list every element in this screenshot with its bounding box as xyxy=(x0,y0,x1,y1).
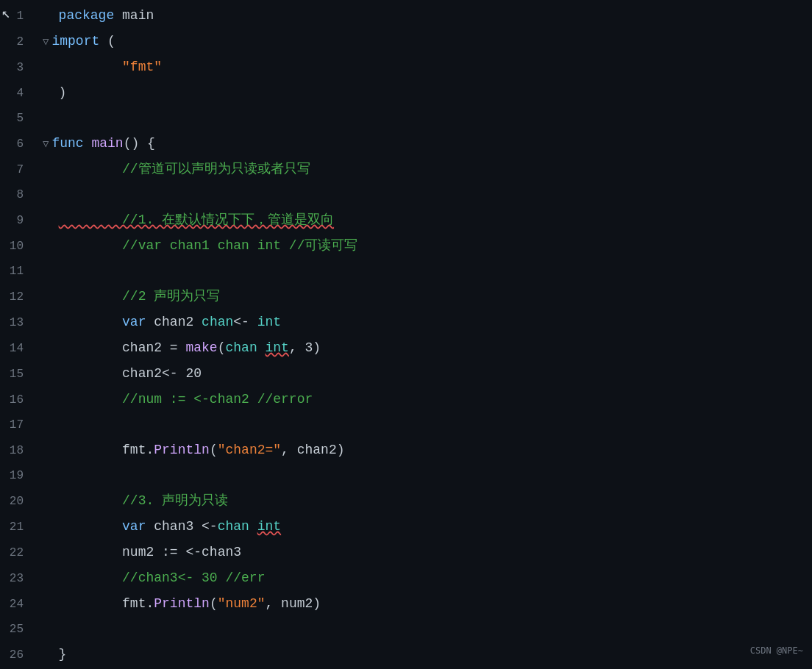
line-number: 13 xyxy=(0,310,35,335)
code-line: 15 chan2<- 20 xyxy=(0,361,812,387)
token xyxy=(59,443,122,457)
token: var xyxy=(122,315,146,329)
line-number: 2 xyxy=(0,29,35,54)
token: chan xyxy=(225,340,257,355)
token: . xyxy=(146,443,154,457)
line-number: 5 xyxy=(0,106,35,131)
code-line: 16 //num := <-chan2 //error xyxy=(0,387,812,412)
token: //2 声明为只写 xyxy=(59,289,221,304)
token: //3. 声明为只读 xyxy=(59,493,228,508)
line-number: 15 xyxy=(0,362,35,387)
token: ( xyxy=(210,596,218,611)
token: chan3 xyxy=(154,519,193,534)
token: num2 xyxy=(122,545,154,559)
fold-icon[interactable]: ▽ xyxy=(43,138,49,150)
code-line: 6▽func main() { xyxy=(0,131,812,157)
token xyxy=(59,519,122,534)
line-content: //1. 在默认情况下下，管道是双向 xyxy=(35,207,812,232)
token: var xyxy=(122,519,146,534)
line-number: 26 xyxy=(0,643,35,668)
token: int xyxy=(257,315,281,329)
code-line: 20 //3. 声明为只读 xyxy=(0,488,812,514)
token xyxy=(59,596,122,611)
token: chan2 xyxy=(122,340,162,355)
token: fmt xyxy=(122,596,146,611)
token: package xyxy=(59,8,115,23)
line-content: var chan3 <-chan int xyxy=(35,514,812,539)
line-content: //var chan1 chan int //可读可写 xyxy=(35,233,812,258)
line-number: 12 xyxy=(0,285,35,310)
token xyxy=(146,315,154,329)
line-number: 25 xyxy=(0,617,35,642)
code-line: 9 //1. 在默认情况下下，管道是双向 xyxy=(0,207,812,233)
token: Println xyxy=(154,596,210,611)
token: . xyxy=(146,596,154,611)
token: () { xyxy=(124,136,155,151)
token: //chan3<- 30 //err xyxy=(59,570,266,585)
token: Println xyxy=(154,443,210,457)
code-line: 23 //chan3<- 30 //err xyxy=(0,565,812,591)
code-line: 10 //var chan1 chan int //可读可写 xyxy=(0,233,812,259)
token xyxy=(59,340,122,355)
code-line: 19 xyxy=(0,463,812,488)
token: //var chan1 chan int //可读可写 xyxy=(59,238,358,253)
token: int xyxy=(257,519,281,534)
token: , num2) xyxy=(266,596,321,611)
token: ( xyxy=(210,443,218,457)
line-content: } xyxy=(35,642,812,667)
line-number: 10 xyxy=(0,234,35,259)
line-number: 24 xyxy=(0,592,35,617)
token xyxy=(59,60,122,74)
line-content: chan2<- 20 xyxy=(35,361,812,386)
token: chan2 xyxy=(122,366,162,381)
token xyxy=(146,519,154,534)
fold-icon[interactable]: ▽ xyxy=(43,36,49,48)
line-content: ▽import ( xyxy=(35,29,812,54)
token: <- xyxy=(233,315,257,329)
code-line: 25 xyxy=(0,617,812,642)
token xyxy=(59,366,122,381)
line-number: 22 xyxy=(0,540,35,565)
line-content: //3. 声明为只读 xyxy=(35,488,812,513)
code-line: 21 var chan3 <-chan int xyxy=(0,514,812,540)
token xyxy=(84,136,92,151)
token: chan2 xyxy=(154,315,193,329)
line-number: 20 xyxy=(0,489,35,514)
code-line: 14 chan2 = make(chan int, 3) xyxy=(0,335,812,361)
token: main xyxy=(91,136,123,151)
code-line: 18 fmt.Println("chan2=", chan2) xyxy=(0,437,812,463)
line-content: package main xyxy=(35,3,812,28)
line-content: "fmt" xyxy=(35,54,812,79)
code-line: 17 xyxy=(0,412,812,437)
code-line: 4 ) xyxy=(0,80,812,106)
line-number: 17 xyxy=(0,412,35,437)
token: //num := <-chan2 //error xyxy=(59,392,313,407)
token: chan3 xyxy=(202,545,241,559)
token: chan xyxy=(218,519,249,534)
code-line: 5 xyxy=(0,106,812,131)
token: = xyxy=(162,340,185,355)
token: chan xyxy=(202,315,233,329)
token xyxy=(249,519,257,534)
code-line: 26 } xyxy=(0,642,812,668)
code-line: 8 xyxy=(0,182,812,207)
token: <- xyxy=(193,519,217,534)
line-content: chan2 = make(chan int, 3) xyxy=(35,335,812,360)
line-content: fmt.Println("chan2=", chan2) xyxy=(35,437,812,462)
token: , 3) xyxy=(289,340,321,355)
token: make xyxy=(185,340,217,355)
line-content: fmt.Println("num2", num2) xyxy=(35,591,812,616)
token: := <- xyxy=(154,545,202,559)
token: "chan2=" xyxy=(218,443,281,457)
line-number: 7 xyxy=(0,157,35,182)
token: ( xyxy=(99,34,115,49)
token: } xyxy=(59,647,67,662)
token xyxy=(193,315,202,329)
line-number: 18 xyxy=(0,438,35,463)
line-number: 9 xyxy=(0,208,35,233)
line-number: 11 xyxy=(0,259,35,284)
token: //管道可以声明为只读或者只写 xyxy=(59,162,310,176)
token xyxy=(59,315,122,329)
token: main xyxy=(122,8,154,23)
token: import xyxy=(51,34,99,49)
